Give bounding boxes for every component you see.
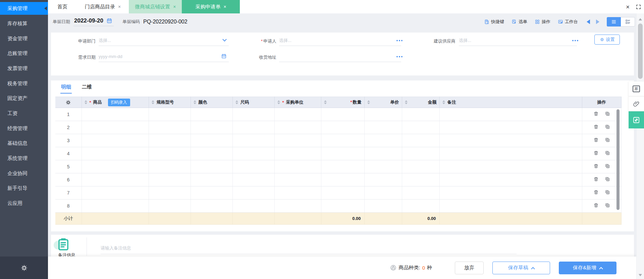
cell[interactable]	[321, 121, 364, 134]
cell[interactable]	[82, 186, 149, 200]
calendar-icon[interactable]	[106, 18, 112, 24]
cell[interactable]	[439, 160, 582, 173]
cell[interactable]	[191, 160, 232, 173]
pick-order-button[interactable]: 选单	[512, 19, 527, 25]
cell[interactable]	[402, 186, 439, 200]
cell[interactable]	[82, 121, 149, 134]
applicant-field[interactable]	[279, 35, 401, 46]
sidebar-item-purchase-active[interactable]: 采购管理	[0, 2, 48, 15]
cell[interactable]	[232, 160, 274, 173]
cell[interactable]	[364, 121, 402, 134]
cell[interactable]	[82, 200, 149, 213]
copy-row-icon[interactable]	[605, 111, 610, 116]
cell[interactable]	[191, 108, 232, 121]
settings-button[interactable]: 设置	[594, 35, 620, 45]
calendar-icon[interactable]	[221, 53, 227, 60]
cell[interactable]	[439, 173, 582, 186]
cell[interactable]	[402, 200, 439, 213]
address-field[interactable]	[279, 51, 401, 62]
cell[interactable]	[402, 160, 439, 173]
sort-carets-icon[interactable]	[235, 100, 238, 104]
cell[interactable]	[191, 200, 232, 213]
cell[interactable]	[232, 121, 274, 134]
cell[interactable]	[149, 186, 191, 200]
page-scrollbar[interactable]	[636, 13, 644, 279]
prev-arrow-icon[interactable]	[587, 19, 590, 24]
cancel-button[interactable]: 放弃	[455, 262, 484, 274]
tab-store-catalog[interactable]: 门店商品目录×	[77, 0, 129, 13]
scan-entry-button[interactable]: 扫码录入	[108, 99, 130, 106]
delete-row-icon[interactable]	[593, 189, 599, 195]
cell[interactable]	[232, 134, 274, 147]
sidebar-item-payroll[interactable]: 工资	[0, 106, 48, 121]
delete-row-icon[interactable]	[593, 163, 599, 169]
workbench-button[interactable]: 工作台	[558, 19, 578, 25]
cell[interactable]	[364, 160, 402, 173]
expand-button[interactable]	[629, 111, 644, 128]
operations-button[interactable]: 操作	[535, 19, 550, 25]
cell[interactable]	[274, 186, 321, 200]
cell[interactable]	[321, 147, 364, 160]
cell[interactable]	[149, 200, 191, 213]
cell[interactable]	[321, 200, 364, 213]
copy-row-icon[interactable]	[605, 176, 610, 182]
cell[interactable]	[191, 173, 232, 186]
cell[interactable]	[321, 173, 364, 186]
sort-carets-icon[interactable]	[277, 100, 280, 104]
cell[interactable]	[364, 173, 402, 186]
ellipsis-picker-icon[interactable]	[396, 56, 398, 57]
cell[interactable]	[232, 186, 274, 200]
cell[interactable]	[402, 147, 439, 160]
sidebar-item-operations[interactable]: 经营管理	[0, 121, 48, 136]
tab-home[interactable]: 首页	[48, 0, 77, 13]
cell[interactable]	[364, 134, 402, 147]
next-arrow-icon[interactable]	[596, 19, 599, 24]
sidebar-item-collaboration[interactable]: 企业协同	[0, 166, 48, 181]
cell[interactable]	[191, 134, 232, 147]
cell[interactable]	[82, 147, 149, 160]
sidebar-item-inventory[interactable]: 库存核算	[0, 16, 48, 31]
doc-date-field[interactable]: 2022-09-20	[73, 17, 114, 26]
remark-input[interactable]	[101, 242, 517, 254]
sidebar-settings-button[interactable]	[0, 257, 48, 279]
ellipsis-picker-icon[interactable]	[572, 40, 574, 41]
cell[interactable]	[149, 173, 191, 186]
cell[interactable]	[439, 186, 582, 200]
supplier-input[interactable]	[459, 35, 577, 45]
cell[interactable]	[149, 134, 191, 147]
cell[interactable]	[82, 160, 149, 173]
tab-matrix[interactable]: 二维	[82, 84, 92, 90]
cell[interactable]	[321, 134, 364, 147]
cell[interactable]	[232, 200, 274, 213]
cell[interactable]	[364, 200, 402, 213]
delete-row-icon[interactable]	[593, 137, 599, 143]
sidebar-item-fixed-assets[interactable]: 固定资产	[0, 91, 48, 106]
cell[interactable]	[364, 186, 402, 200]
cell[interactable]	[149, 121, 191, 134]
cell[interactable]	[274, 200, 321, 213]
sort-carets-icon[interactable]	[152, 100, 154, 104]
close-icon[interactable]: ×	[223, 4, 226, 9]
delete-row-icon[interactable]	[593, 111, 599, 116]
cell[interactable]	[232, 108, 274, 121]
scroll-down-icon[interactable]	[639, 274, 642, 276]
sidebar-item-basic-info[interactable]: 基础信息	[0, 136, 48, 151]
attachment-button[interactable]	[629, 96, 644, 111]
scrollbar-thumb[interactable]	[638, 23, 643, 79]
cell[interactable]	[402, 134, 439, 147]
sort-carets-icon[interactable]	[324, 100, 327, 104]
ellipsis-picker-icon[interactable]	[396, 40, 398, 41]
cell[interactable]	[149, 108, 191, 121]
cell[interactable]	[402, 121, 439, 134]
cell[interactable]	[274, 173, 321, 186]
cell[interactable]	[274, 134, 321, 147]
cell[interactable]	[321, 160, 364, 173]
cell[interactable]	[274, 108, 321, 121]
cell[interactable]	[82, 108, 149, 121]
window-close-icon[interactable]: ×	[626, 4, 630, 10]
save-and-new-button[interactable]: 保存&新增	[559, 262, 616, 274]
cell[interactable]	[149, 147, 191, 160]
sidebar-item-guide[interactable]: 新手引导	[0, 181, 48, 196]
cell[interactable]	[321, 186, 364, 200]
cell[interactable]	[191, 186, 232, 200]
